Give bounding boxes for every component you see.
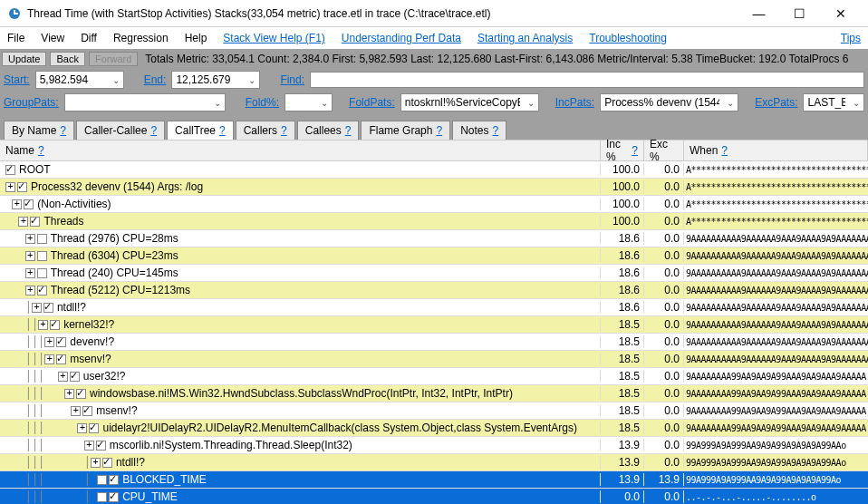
table-row[interactable]: +Process32 devenv (1544) Args: /log100.0… (0, 179, 868, 196)
menu-view[interactable]: View (41, 32, 64, 44)
close-button[interactable]: ✕ (820, 1, 861, 26)
menu-regression[interactable]: Regression (113, 32, 169, 44)
expand-icon[interactable]: + (44, 337, 54, 347)
update-button[interactable]: Update (2, 52, 46, 66)
cell-name[interactable]: ROOT (0, 163, 601, 176)
tab-notes[interactable]: Notes? (452, 121, 506, 140)
end-label[interactable]: End: (144, 73, 167, 86)
cell-name[interactable]: +Thread (240) CPU=145ms (0, 267, 601, 279)
excpats-input[interactable]: ⌄ (803, 93, 864, 111)
col-exc[interactable]: Exc % (644, 141, 684, 160)
find-label[interactable]: Find: (280, 73, 304, 86)
expand-icon[interactable]: + (77, 423, 87, 433)
cell-name[interactable]: +Process32 devenv (1544) Args: /log (0, 180, 601, 193)
table-row[interactable]: │││+msenv!?18.50.09AAAAAAAAAA9AAAAAA9AAA… (0, 351, 868, 368)
link-stackview-help[interactable]: Stack View Help (F1) (223, 32, 324, 44)
expand-icon[interactable]: + (25, 251, 35, 261)
maximize-button[interactable]: ☐ (779, 1, 820, 26)
table-row[interactable]: +Thread (240) CPU=145ms18.60.09AAAAAAAAA… (0, 265, 868, 282)
chevron-down-icon[interactable]: ⌄ (210, 98, 225, 108)
chevron-down-icon[interactable]: ⌄ (317, 98, 332, 108)
col-inc[interactable]: Inc %? (601, 141, 644, 160)
table-row[interactable]: │││ +uidelayr2!UIDelayR2.UIDelayR2.MenuI… (0, 420, 868, 437)
table-row[interactable]: ROOT100.00.0A***************************… (0, 161, 868, 179)
table-row[interactable]: │││ +windowsbase.ni!MS.Win32.HwndSubclas… (0, 385, 868, 402)
checkbox[interactable] (56, 354, 66, 364)
cell-name[interactable]: │││ +uidelayr2!UIDelayR2.UIDelayR2.MenuI… (0, 422, 601, 434)
foldpct-label[interactable]: Fold%: (246, 96, 279, 109)
tab-calltree[interactable]: CallTree? (167, 121, 234, 140)
checkbox[interactable] (96, 441, 106, 451)
checkbox[interactable] (50, 320, 60, 330)
back-button[interactable]: Back (50, 52, 84, 66)
incpats-label[interactable]: IncPats: (555, 96, 594, 109)
cell-name[interactable]: │││ +mscorlib.ni!System.Threading.Thread… (0, 439, 601, 451)
chevron-down-icon[interactable]: ⌄ (524, 98, 538, 108)
checkbox[interactable] (17, 182, 27, 192)
minimize-button[interactable]: — (738, 1, 779, 26)
expand-icon[interactable]: + (25, 268, 35, 278)
expand-icon[interactable]: + (18, 217, 28, 227)
menu-file[interactable]: File (7, 32, 24, 44)
tab-flame[interactable]: Flame Graph? (361, 121, 450, 140)
cell-name[interactable]: │││ │+ntdll!? (0, 456, 601, 469)
tab-caller-callee[interactable]: Caller-Callee? (76, 121, 165, 140)
expand-icon[interactable]: + (44, 354, 54, 364)
table-row[interactable]: +Thread (2976) CPU=28ms18.60.09AAAAAAAAA… (0, 230, 868, 247)
table-row[interactable]: │││ │ +BLOCKED_TIME13.913.999A999A9A999A… (0, 471, 868, 489)
table-row[interactable]: │││+devenv!?18.50.09AAAAAAAAAA9AAAAAA9AA… (0, 334, 868, 351)
start-input[interactable]: ⌄ (35, 71, 124, 89)
checkbox[interactable] (24, 199, 34, 209)
grouppats-input[interactable]: ⌄ (64, 93, 226, 111)
tab-byname[interactable]: By Name? (4, 121, 74, 140)
checkbox[interactable] (56, 337, 66, 347)
expand-icon[interactable]: + (12, 199, 22, 209)
link-starting[interactable]: Starting an Analysis (477, 32, 573, 44)
checkbox[interactable] (37, 234, 47, 244)
checkbox[interactable] (5, 165, 15, 175)
find-input[interactable] (310, 72, 864, 88)
expand-icon[interactable]: + (5, 182, 15, 192)
expand-icon[interactable]: + (84, 441, 94, 451)
cell-name[interactable]: │││+msenv!? (0, 353, 601, 365)
chevron-down-icon[interactable]: ⌄ (723, 98, 738, 108)
cell-name[interactable]: │││ │ +CPU_TIME (0, 490, 601, 503)
expand-icon[interactable]: + (25, 234, 35, 244)
col-when[interactable]: When? (684, 141, 868, 160)
expand-icon[interactable]: + (32, 303, 42, 313)
checkbox[interactable] (70, 372, 80, 382)
cell-name[interactable]: +(Non-Activities) (0, 198, 601, 210)
foldpats-label[interactable]: FoldPats: (349, 96, 395, 109)
cell-name[interactable]: │││ +windowsbase.ni!MS.Win32.HwndSubclas… (0, 387, 601, 400)
checkbox[interactable] (89, 423, 99, 433)
chevron-down-icon[interactable]: ⌄ (849, 98, 863, 108)
table-row[interactable]: +Thread (6304) CPU=23ms18.60.09AAAAAAAAA… (0, 247, 868, 265)
expand-icon[interactable]: + (71, 406, 81, 416)
col-name[interactable]: Name? (0, 141, 601, 160)
table-row[interactable]: │││ +mscorlib.ni!System.Threading.Thread… (0, 437, 868, 454)
table-row[interactable]: │││ +user32!?18.50.09AAAAAAAA99AA9AA9A99… (0, 368, 868, 385)
forward-button[interactable]: Forward (89, 52, 138, 66)
incpats-input[interactable]: ⌄ (600, 93, 738, 111)
menu-diff[interactable]: Diff (81, 32, 97, 44)
foldpats-input[interactable]: ⌄ (400, 93, 539, 111)
end-input[interactable]: ⌄ (171, 71, 260, 89)
checkbox[interactable] (82, 406, 92, 416)
checkbox[interactable] (102, 458, 112, 468)
chevron-down-icon[interactable]: ⌄ (109, 75, 123, 85)
checkbox[interactable] (30, 217, 40, 227)
expand-icon[interactable]: + (25, 286, 35, 296)
checkbox[interactable] (43, 303, 53, 313)
checkbox[interactable] (109, 475, 119, 485)
expand-icon[interactable]: + (91, 458, 101, 468)
checkbox[interactable] (37, 268, 47, 278)
tab-callers[interactable]: Callers? (236, 121, 295, 140)
cell-name[interactable]: │││ +msenv!? (0, 404, 601, 417)
checkbox[interactable] (109, 492, 119, 502)
excpats-label[interactable]: ExcPats: (755, 96, 797, 109)
table-row[interactable]: ││+kernel32!?18.50.09AAAAAAAAAA9AAAAAA9A… (0, 316, 868, 334)
cell-name[interactable]: │+ntdll!? (0, 301, 601, 314)
table-row[interactable]: │││ │+ntdll!?13.90.099A999A9A999AA9A9A99… (0, 454, 868, 471)
expand-icon[interactable]: + (58, 372, 68, 382)
checkbox[interactable] (37, 286, 47, 296)
